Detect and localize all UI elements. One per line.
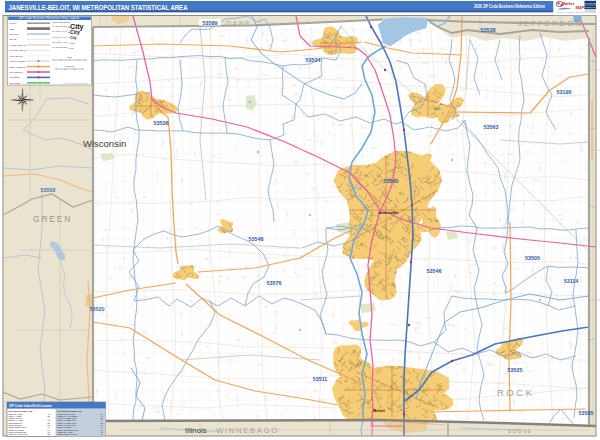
svg-text:53502: 53502 bbox=[41, 187, 56, 193]
svg-text:ZIP Code: ZIP Code bbox=[10, 33, 20, 35]
svg-text:JANESVILLE-BELOIT, WI METROPOL: JANESVILLE-BELOIT, WI METROPOLITAN STATI… bbox=[9, 4, 188, 12]
svg-text:53563: 53563 bbox=[484, 124, 499, 130]
svg-text:53520: 53520 bbox=[90, 306, 105, 312]
svg-text:City: City bbox=[70, 42, 75, 45]
svg-text:53589 STOUGHTON: 53589 STOUGHTON bbox=[58, 433, 78, 435]
svg-text:ROCK: ROCK bbox=[497, 387, 534, 398]
svg-text:Minor Streets: Minor Streets bbox=[10, 55, 24, 57]
svg-text:Toll Roads: Toll Roads bbox=[10, 82, 21, 84]
svg-text:State Highways: State Highways bbox=[10, 66, 27, 68]
svg-text:53190: 53190 bbox=[557, 89, 572, 95]
svg-text:Cities and Towns: Cities and Towns bbox=[53, 21, 71, 23]
svg-text:Primary Streets: Primary Streets bbox=[10, 44, 27, 46]
svg-text:kilometers: kilometers bbox=[65, 65, 74, 67]
svg-text:2026 ZIP Code Business Referen: 2026 ZIP Code Business Reference Edition bbox=[474, 4, 545, 9]
svg-text:Streets: Streets bbox=[10, 38, 18, 40]
svg-text:1-800-929-6277: 1-800-929-6277 bbox=[584, 2, 597, 4]
svg-text:Illinois: Illinois bbox=[185, 426, 207, 435]
svg-text:Interstates: Interstates bbox=[10, 76, 21, 78]
svg-text:53534: 53534 bbox=[306, 57, 321, 63]
svg-text:ZIP Code Index/Grid Locator: ZIP Code Index/Grid Locator bbox=[9, 404, 53, 408]
svg-text:miles: miles bbox=[67, 56, 72, 58]
svg-text:Janesville: Janesville bbox=[378, 210, 400, 215]
svg-text:53585: 53585 bbox=[579, 410, 594, 416]
svg-text:53589: 53589 bbox=[203, 20, 218, 26]
svg-text:County: County bbox=[10, 22, 18, 24]
svg-text:City: City bbox=[70, 29, 80, 35]
svg-text:53546: 53546 bbox=[427, 268, 442, 274]
svg-text:Secondary Streets: Secondary Streets bbox=[10, 49, 27, 51]
svg-text:Market: Market bbox=[562, 2, 575, 6]
svg-text:53545: 53545 bbox=[384, 178, 399, 184]
svg-text:US Highways: US Highways bbox=[10, 71, 24, 73]
svg-text:BOONE: BOONE bbox=[508, 428, 532, 434]
svg-text:State: State bbox=[10, 28, 16, 30]
svg-text:DANE: DANE bbox=[226, 20, 251, 27]
svg-text:ZIP Code Business Reference Ma: ZIP Code Business Reference Map Legend bbox=[19, 16, 80, 20]
svg-text:City: City bbox=[70, 36, 77, 40]
svg-text:WINNEBAGO: WINNEBAGO bbox=[216, 426, 279, 435]
svg-text:53536: 53536 bbox=[154, 120, 169, 126]
svg-text:53525: 53525 bbox=[508, 367, 523, 373]
svg-text:Milton: Milton bbox=[434, 107, 441, 111]
svg-text:© MarketMAPS dmapsstore.com: © MarketMAPS dmapsstore.com bbox=[62, 82, 89, 84]
svg-text:53114: 53114 bbox=[564, 278, 579, 284]
svg-text:53548: 53548 bbox=[249, 236, 264, 242]
svg-text:53505: 53505 bbox=[525, 255, 540, 261]
svg-text:County Highways: County Highways bbox=[10, 60, 27, 62]
svg-text:53536 EVANSVILLE: 53536 EVANSVILLE bbox=[9, 433, 28, 435]
svg-text:JEFFERSON: JEFFERSON bbox=[518, 19, 583, 28]
svg-text:Beloit: Beloit bbox=[373, 408, 385, 413]
svg-text:53511: 53511 bbox=[313, 376, 328, 382]
svg-text:GREEN: GREEN bbox=[33, 214, 72, 224]
svg-text:53538: 53538 bbox=[481, 27, 496, 33]
svg-text:53576: 53576 bbox=[267, 280, 282, 286]
svg-text:Wisconsin: Wisconsin bbox=[83, 138, 126, 149]
svg-text:MarketMAPS: MarketMAPS bbox=[585, 6, 596, 8]
